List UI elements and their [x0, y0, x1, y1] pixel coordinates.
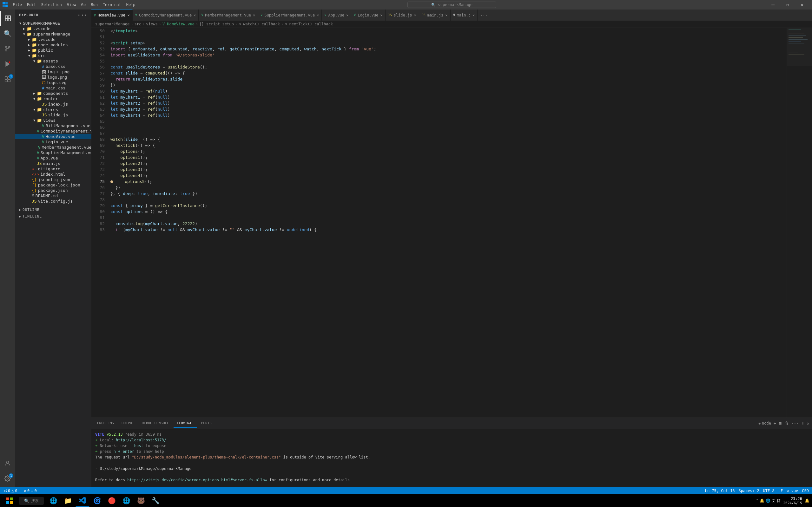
taskbar-icon-8[interactable]: 🔧 — [149, 494, 162, 507]
taskbar-time[interactable]: 23:26 2024/6/15 — [783, 497, 802, 505]
taskbar-icon-2[interactable]: 📁 — [61, 494, 75, 507]
sidebar-item-views[interactable]: ▼ 📁 views — [15, 118, 91, 123]
status-position[interactable]: Ln 75, Col 16 — [705, 489, 735, 493]
tab-member[interactable]: V MemberManagement.vue ✕ — [199, 9, 258, 20]
status-git[interactable]: ⑆ 0 △ 0 — [3, 489, 19, 493]
sidebar-item-supermarkmanage[interactable]: ▼ SUPERMARKMANAGE — [15, 20, 91, 26]
menu-go[interactable]: Go — [79, 1, 88, 8]
status-encoding[interactable]: UTF-8 — [763, 489, 774, 493]
close-button[interactable]: ✕ — [795, 0, 809, 9]
sidebar-item-membermgmt[interactable]: V MemberManagement.vue — [15, 145, 91, 150]
sidebar-item-assets[interactable]: ▼ 📁 assets — [15, 58, 91, 64]
sidebar-item-router-indexjs[interactable]: JS index.js — [15, 102, 91, 107]
timeline-header[interactable]: ▶ TIMELINE — [15, 213, 91, 220]
activity-search[interactable]: 🔍 — [0, 26, 15, 41]
sidebar-more-icon[interactable]: ··· — [78, 12, 88, 18]
taskbar-tray[interactable]: ^ 🔔 🌐 文 拼 — [756, 498, 780, 504]
tab-app[interactable]: V App.vue ✕ — [322, 9, 351, 20]
sidebar-item-jsconfigjson[interactable]: {} jsconfig.json — [15, 177, 91, 182]
menu-help[interactable]: Help — [124, 1, 138, 8]
sidebar-item-main-css[interactable]: # main.css — [15, 85, 91, 91]
sidebar-item-slide-js[interactable]: JS slide.js — [15, 112, 91, 118]
tab-supplier[interactable]: V SupplierManagement.vue ✕ — [258, 9, 322, 20]
tab-close-supplier[interactable]: ✕ — [317, 13, 319, 17]
sidebar-item-src[interactable]: ▼ 📁 src — [15, 53, 91, 58]
minimize-button[interactable]: ─ — [766, 0, 780, 9]
sidebar-item-appvue[interactable]: V App.vue — [15, 155, 91, 161]
activity-settings[interactable]: 1 — [0, 471, 15, 486]
sidebar-item-node-modules[interactable]: ▶ 📁 node_modules — [15, 42, 91, 48]
tab-login[interactable]: V Login.vue ✕ — [351, 9, 385, 20]
panel-tab-output[interactable]: OUTPUT — [118, 419, 137, 428]
sidebar-item-homeview[interactable]: V HomeView.vue — [15, 134, 91, 139]
activity-extensions[interactable]: 1 — [0, 72, 15, 87]
panel-tab-ports[interactable]: PORTS — [198, 419, 215, 428]
taskbar-icon-4[interactable]: 🌀 — [90, 494, 104, 507]
menu-selection[interactable]: Selection — [39, 1, 64, 8]
activity-run-debug[interactable] — [0, 56, 15, 72]
sidebar-item-viteconfig[interactable]: JS vite.config.js — [15, 199, 91, 204]
sidebar-item-router[interactable]: ▼ 📁 router — [15, 96, 91, 102]
panel-tab-terminal[interactable]: TERMINAL — [173, 419, 197, 428]
sidebar-item-commoditymgmt[interactable]: V CommodityManagement.vue — [15, 128, 91, 134]
taskbar-start[interactable] — [3, 494, 16, 507]
terminal-more-button[interactable]: ··· — [791, 421, 799, 426]
tab-close-slide[interactable]: ✕ — [414, 13, 416, 17]
sidebar-item-billmgmt[interactable]: V BillManagement.vue — [15, 123, 91, 128]
terminal-content[interactable]: VITE v5.2.13 ready in 3659 ms ➜ Local: h… — [91, 429, 812, 487]
tab-mainjs[interactable]: JS main.js ✕ — [419, 9, 451, 20]
menu-edit[interactable]: Edit — [24, 1, 39, 8]
tab-close-app[interactable]: ✕ — [346, 13, 348, 17]
tab-mainc[interactable]: M main.c ✕ — [451, 9, 478, 20]
sidebar-item-packagejson[interactable]: {} package.json — [15, 188, 91, 193]
taskbar-icon-chrome[interactable]: 🌐 — [119, 494, 133, 507]
tab-close-mainjs[interactable]: ✕ — [445, 13, 447, 17]
taskbar-icon-7[interactable]: 🐻 — [134, 494, 148, 507]
new-terminal-button[interactable]: + — [774, 421, 776, 426]
menu-file[interactable]: File — [10, 1, 24, 8]
menu-view[interactable]: View — [64, 1, 79, 8]
sidebar-item-public[interactable]: ▶ 📁 public — [15, 48, 91, 53]
status-eol[interactable]: LF — [778, 489, 783, 493]
tab-homeview[interactable]: V HomeView.vue ✕ — [91, 9, 133, 20]
taskbar-notification[interactable]: 🔔 — [805, 498, 809, 503]
tab-slidejs[interactable]: JS slide.js ✕ — [386, 9, 419, 20]
activity-account[interactable] — [0, 456, 15, 471]
activity-source-control[interactable] — [0, 41, 15, 56]
title-search[interactable]: 🔍 supermarkManage — [141, 2, 763, 8]
status-errors[interactable]: ⊗ 0 ⚠ 0 — [22, 489, 38, 493]
sidebar-item-base-css[interactable]: # base.css — [15, 64, 91, 69]
panel-close-button[interactable]: ✕ — [807, 421, 809, 426]
split-terminal-button[interactable]: ⊞ — [779, 421, 781, 426]
menu-run[interactable]: Run — [88, 1, 100, 8]
status-language[interactable]: ⊙ vue — [786, 489, 798, 493]
panel-tab-debug[interactable]: DEBUG CONSOLE — [139, 419, 172, 428]
sidebar-item-vscode-nested[interactable]: ▶ 📁 .vscode — [15, 37, 91, 42]
sidebar-item-suppliermgmt[interactable]: V SupplierManagement.vue — [15, 150, 91, 155]
activity-explorer[interactable] — [0, 11, 15, 26]
panel-tab-problems[interactable]: PROBLEMS — [94, 419, 117, 428]
tab-close-commodity[interactable]: ✕ — [194, 13, 196, 17]
sidebar-item-readme[interactable]: M README.md — [15, 193, 91, 199]
clear-terminal-button[interactable]: 🗑 — [784, 421, 789, 426]
tab-close-login[interactable]: ✕ — [380, 13, 383, 17]
sidebar-item-supermarkmanage-folder[interactable]: ▼ 📁 supermarkManage — [15, 32, 91, 37]
sidebar-item-logo-svg[interactable]: ⬡ logo.svg — [15, 80, 91, 85]
sidebar-item-login-png[interactable]: 🖼 login.png — [15, 69, 91, 74]
tab-close-member[interactable]: ✕ — [253, 13, 255, 17]
outline-header[interactable]: ▶ OUTLINE — [15, 207, 91, 213]
code-editor[interactable]: </template> <script setup> import { onMo… — [107, 28, 786, 417]
menu-terminal[interactable]: Terminal — [100, 1, 124, 8]
taskbar-icon-1[interactable]: 🌐 — [46, 494, 60, 507]
taskbar-search[interactable]: 🔍 搜索 — [19, 497, 44, 505]
taskbar-icon-vscode[interactable] — [75, 494, 90, 507]
tabs-overflow[interactable]: ··· — [477, 9, 490, 20]
status-spaces[interactable]: Spaces: 2 — [739, 489, 759, 493]
tab-commodity[interactable]: V CommodityManagement.vue ✕ — [133, 9, 199, 20]
sidebar-item-indexhtml[interactable]: </> index.html — [15, 172, 91, 177]
sidebar-item-login[interactable]: V Login.vue — [15, 139, 91, 145]
sidebar-item-logo-png[interactable]: 🖼 logo.png — [15, 74, 91, 80]
sidebar-item-mainjs[interactable]: JS main.js — [15, 161, 91, 166]
panel-maximize-button[interactable]: ⬆ — [802, 421, 804, 426]
sidebar-item-gitignore[interactable]: ⊙ .gitignore — [15, 166, 91, 172]
